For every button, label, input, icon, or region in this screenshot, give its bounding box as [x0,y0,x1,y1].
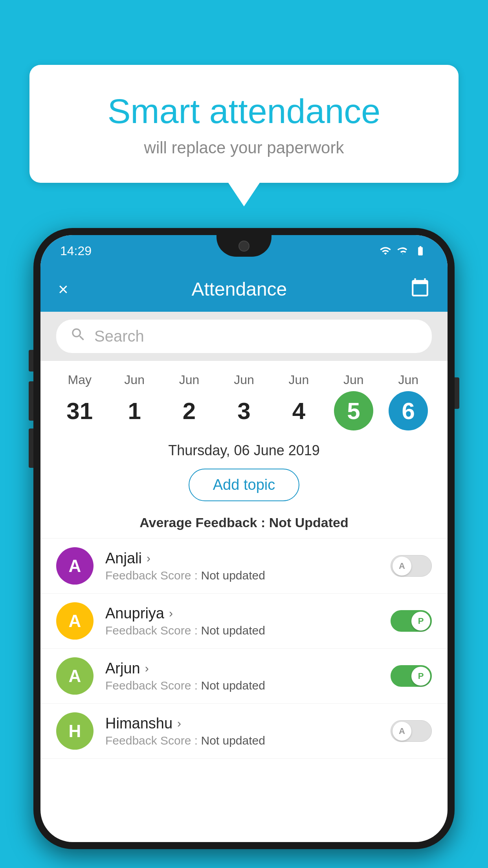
app-bar: × Attendance [40,267,448,312]
average-feedback-value: Not Updated [269,515,349,530]
status-icons [378,245,428,257]
phone-screen: 14:29 × [40,235,448,842]
cal-num: 4 [279,391,318,430]
attendance-toggle[interactable]: A [391,720,432,742]
avatar: A [56,547,94,585]
volume-down-button [29,428,33,468]
student-feedback: Feedback Score : Not updated [105,734,379,747]
phone-wrapper: 14:29 × [33,228,455,849]
calendar-icon [410,278,430,297]
add-topic-button[interactable]: Add topic [189,469,299,501]
app-bar-title: Attendance [191,278,287,300]
attendance-toggle[interactable]: P [391,610,432,632]
status-time: 14:29 [60,244,92,258]
calendar-day[interactable]: Jun 4 [275,373,322,430]
list-item[interactable]: A Anjali › Feedback Score : Not updated … [40,539,448,594]
cal-month: Jun [234,373,254,387]
calendar-day[interactable]: May 31 [56,373,103,430]
chevron-right-icon: › [145,662,149,675]
calendar-day[interactable]: Jun 6 [385,373,432,430]
feedback-value: Not updated [201,679,265,692]
average-feedback-label: Average Feedback : [139,515,269,530]
feedback-value: Not updated [201,624,265,637]
student-name: Anjali › [105,550,379,567]
cal-num: 2 [170,391,209,430]
list-item[interactable]: A Anupriya › Feedback Score : Not update… [40,594,448,649]
feedback-value: Not updated [201,734,265,747]
avatar: A [56,657,94,695]
close-button[interactable]: × [58,280,68,299]
student-feedback: Feedback Score : Not updated [105,679,379,692]
date-display: Thursday, 06 June 2019 [40,434,448,465]
attendance-toggle[interactable]: A [391,555,432,577]
search-placeholder: Search [94,327,144,345]
speech-bubble: Smart attendance will replace your paper… [29,65,459,183]
front-camera [238,241,250,252]
status-bar: 14:29 [40,235,448,267]
cal-month: Jun [179,373,200,387]
cal-month: Jun [124,373,145,387]
attendance-toggle[interactable]: P [391,665,432,687]
student-feedback: Feedback Score : Not updated [105,624,379,637]
calendar-button[interactable] [410,278,430,301]
calendar-strip: May 31 Jun 1 Jun 2 Jun 3 Jun 4 Jun 5 Jun… [40,361,448,434]
volume-up-button [29,381,33,421]
feedback-value: Not updated [201,569,265,582]
phone-outer: 14:29 × [33,228,455,849]
speech-bubble-wrapper: Smart attendance will replace your paper… [29,65,459,206]
cal-num: 6 [389,391,428,430]
wifi-icon [378,245,393,257]
student-feedback: Feedback Score : Not updated [105,569,379,582]
cal-month: Jun [343,373,364,387]
mute-button [29,350,33,371]
chevron-right-icon: › [177,717,181,730]
list-item[interactable]: A Arjun › Feedback Score : Not updated P [40,649,448,704]
search-icon [70,326,86,346]
speech-bubble-subtitle: will replace your paperwork [53,138,435,157]
student-name: Himanshu › [105,715,379,732]
battery-icon [413,245,428,256]
cal-num: 1 [115,391,154,430]
student-info: Anjali › Feedback Score : Not updated [105,550,379,582]
cal-month: Jun [289,373,309,387]
student-info: Anupriya › Feedback Score : Not updated [105,605,379,637]
speech-bubble-tail [228,183,260,206]
average-feedback: Average Feedback : Not Updated [40,511,448,539]
student-info: Himanshu › Feedback Score : Not updated [105,715,379,747]
add-topic-container: Add topic [40,465,448,511]
search-bar[interactable]: Search [56,320,432,353]
chevron-right-icon: › [147,552,150,565]
avatar: A [56,602,94,640]
student-info: Arjun › Feedback Score : Not updated [105,660,379,692]
calendar-day[interactable]: Jun 1 [111,373,158,430]
power-button [455,377,459,409]
notch [216,235,272,257]
calendar-day[interactable]: Jun 2 [166,373,213,430]
calendar-day[interactable]: Jun 3 [220,373,268,430]
speech-bubble-title: Smart attendance [53,92,435,131]
student-name: Arjun › [105,660,379,677]
calendar-day[interactable]: Jun 5 [330,373,377,430]
search-container: Search [40,312,448,361]
student-list: A Anjali › Feedback Score : Not updated … [40,539,448,759]
cal-num: 5 [334,391,373,430]
cal-num: 3 [224,391,264,430]
avatar: H [56,712,94,750]
list-item[interactable]: H Himanshu › Feedback Score : Not update… [40,704,448,759]
student-name: Anupriya › [105,605,379,622]
cal-month: May [68,373,91,387]
cal-month: Jun [398,373,418,387]
cal-num: 31 [60,391,99,430]
signal-icon [396,245,409,257]
chevron-right-icon: › [169,607,173,620]
